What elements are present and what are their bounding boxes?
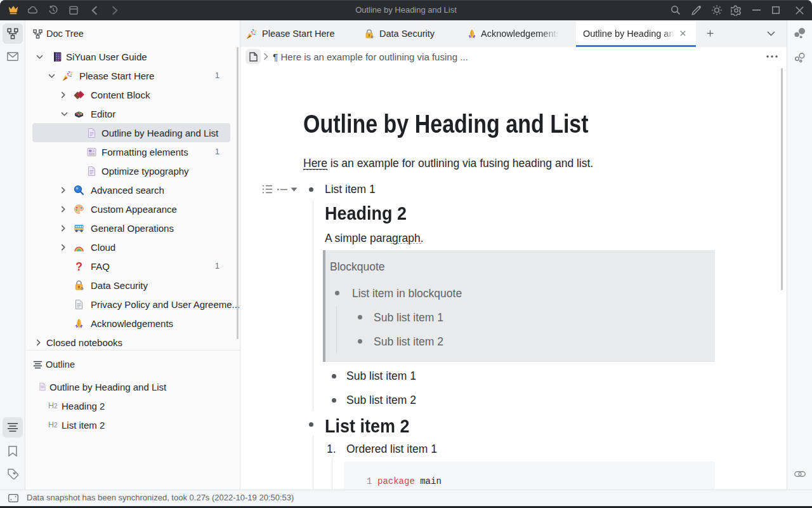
svg-text:?: ? [75,261,82,272]
